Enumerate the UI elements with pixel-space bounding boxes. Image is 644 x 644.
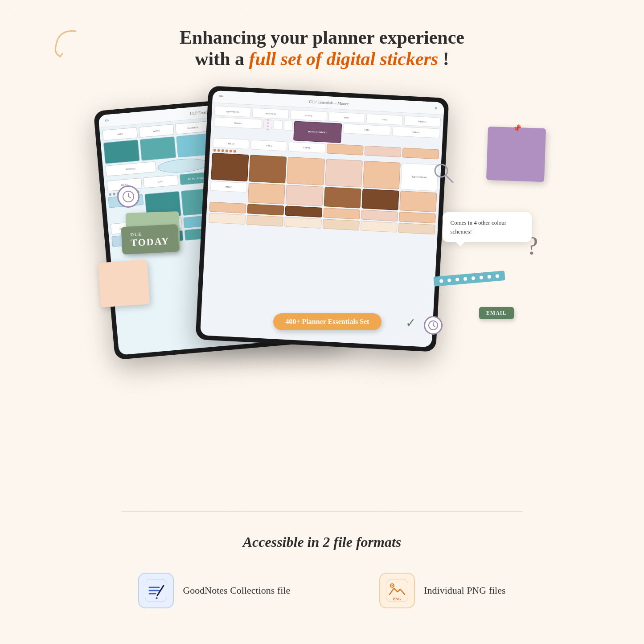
- page-wrapper: Enhancing your planner experience with a…: [0, 0, 644, 644]
- goodnotes-label: GoodNotes Collections file: [183, 585, 290, 596]
- ruler-dot: [479, 275, 483, 279]
- header-line2: with a full set of digital stickers !: [180, 48, 464, 70]
- clock-icon-left: [117, 185, 139, 208]
- header: Enhancing your planner experience with a…: [180, 27, 464, 70]
- front-tablet-screen: ✏ CCP Essentials – Mauve ✕ appointments …: [200, 90, 444, 347]
- ruler-dot: [463, 277, 467, 281]
- ruler-dot: [447, 279, 451, 283]
- ruler-dot: [471, 276, 475, 280]
- checkmark-icon: ✓: [406, 316, 416, 330]
- front-tablet: ✏ CCP Essentials – Mauve ✕ appointments …: [195, 86, 449, 352]
- header-highlight: full set of digital stickers: [249, 49, 439, 69]
- peach-sticky-note: [98, 259, 150, 307]
- email-label: EMAIL: [486, 310, 507, 316]
- badge-400: 400+ Planner Essentials Set: [273, 313, 382, 330]
- close-icon-front: ✕: [434, 106, 438, 111]
- tooltip-bubble: Comes in 4 other colour schemes!: [443, 212, 532, 242]
- svg-point-16: [392, 585, 393, 587]
- email-sticker: EMAIL: [479, 307, 514, 319]
- front-sticker-grid: appointments notes/to-do work/st other w…: [205, 103, 443, 239]
- svg-line-7: [433, 325, 435, 327]
- ruler-dot: [439, 279, 443, 283]
- ruler-strip: [433, 271, 505, 287]
- header-line1: Enhancing your planner experience: [180, 27, 464, 48]
- ruler-dot: [487, 275, 491, 279]
- accessible-title: Accessible in 2 file formats: [243, 534, 402, 550]
- header-line2-suffix: !: [443, 49, 449, 69]
- due-today-sticker: DUE TODAY: [121, 224, 179, 255]
- png-format-item: PNG Individual PNG files: [379, 573, 505, 608]
- arrow-decoration: [49, 25, 85, 60]
- goodnotes-format-item: GoodNotes Collections file: [138, 573, 290, 608]
- footer-section: Accessible in 2 file formats: [0, 511, 644, 608]
- purple-sticky-note: [486, 127, 546, 182]
- ruler-dot: [495, 274, 499, 278]
- search-icon: [431, 161, 456, 185]
- header-line2-prefix: with a: [195, 49, 249, 69]
- tooltip-text: Comes in 4 other colour schemes!: [451, 219, 507, 235]
- clock-icon-bottom: [424, 316, 443, 335]
- pencil-icon-front: ✏: [218, 93, 223, 100]
- tablets-section: ✏ CCP Essentials – Powder ✕ appt work bu…: [77, 83, 567, 373]
- svg-line-4: [446, 175, 453, 182]
- png-label: Individual PNG files: [424, 585, 505, 596]
- file-formats-row: GoodNotes Collections file PNG: [138, 573, 505, 608]
- goodnotes-icon: [138, 573, 174, 608]
- today-label: TODAY: [130, 235, 169, 249]
- divider: [122, 511, 523, 512]
- svg-line-2: [128, 197, 131, 198]
- png-icon: PNG: [379, 573, 415, 608]
- badge-text: 400+ Planner Essentials Set: [286, 318, 369, 325]
- ruler-dot: [455, 278, 459, 282]
- pencil-icon: ✏: [104, 117, 109, 124]
- svg-text:PNG: PNG: [393, 597, 402, 601]
